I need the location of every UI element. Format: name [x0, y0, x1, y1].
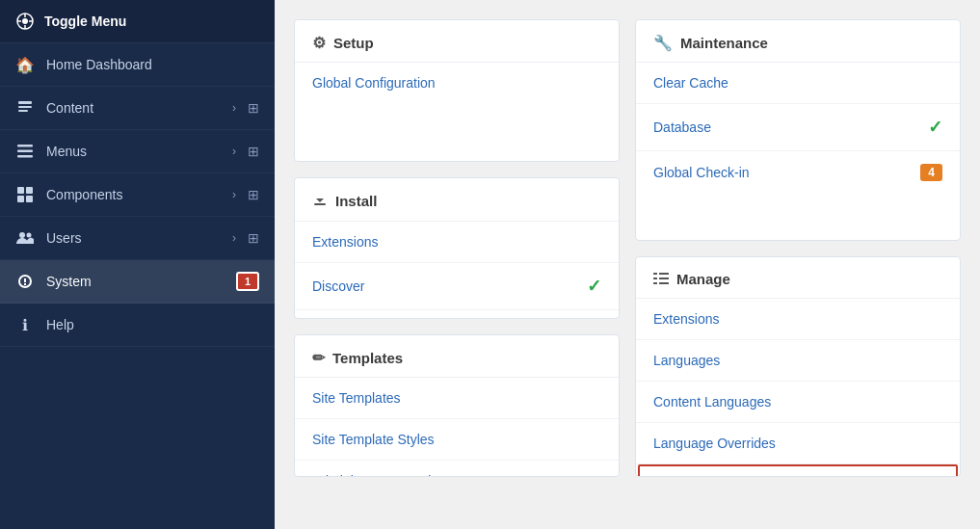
svg-point-1	[22, 18, 28, 24]
install-panel: Install Extensions Discover ✓ Languages	[294, 177, 620, 320]
maintenance-panel-header: 🔧 Maintenance	[636, 20, 960, 63]
sidebar: Toggle Menu 🏠 Home Dashboard Content › ⊞…	[0, 0, 275, 529]
setup-icon: ⚙	[312, 34, 326, 52]
sidebar-item-components[interactable]: Components › ⊞	[0, 173, 275, 217]
help-icon: ℹ	[15, 315, 35, 334]
sidebar-item-users[interactable]: Users › ⊞	[0, 217, 275, 260]
setup-panel-header: ⚙ Setup	[295, 20, 619, 63]
templates-panel-items: Site Templates Site Template Styles Admi…	[295, 378, 619, 477]
extensions-install-item[interactable]: Extensions	[295, 222, 619, 263]
svg-rect-11	[17, 155, 33, 158]
sidebar-item-label: Content	[46, 100, 221, 116]
sidebar-item-system[interactable]: System 1	[0, 260, 275, 304]
database-check-icon: ✓	[928, 117, 942, 138]
install-panel-title: Install	[335, 193, 377, 209]
templates-panel: ✏ Templates Site Templates Site Template…	[294, 334, 620, 477]
site-templates-item[interactable]: Site Templates	[295, 378, 619, 419]
svg-rect-18	[314, 203, 326, 205]
main-content: ⚙ Setup Global Configuration Install	[275, 0, 980, 529]
setup-panel-items: Global Configuration	[295, 63, 619, 103]
svg-rect-21	[653, 278, 657, 279]
site-template-styles-item[interactable]: Site Template Styles	[295, 419, 619, 461]
discover-link[interactable]: Discover	[312, 278, 364, 294]
chevron-right-icon: ›	[232, 145, 236, 158]
manage-panel-title: Manage	[676, 271, 730, 287]
global-configuration-link[interactable]: Global Configuration	[312, 75, 436, 91]
administrator-templates-link[interactable]: Administrator Templates	[312, 473, 457, 477]
global-configuration-item[interactable]: Global Configuration	[295, 63, 619, 103]
svg-point-17	[27, 233, 32, 238]
setup-panel: ⚙ Setup Global Configuration	[294, 19, 620, 162]
sidebar-item-home-dashboard[interactable]: 🏠 Home Dashboard	[0, 43, 275, 87]
sidebar-navigation: 🏠 Home Dashboard Content › ⊞ Menus › ⊞	[0, 43, 275, 529]
clear-cache-link[interactable]: Clear Cache	[653, 75, 728, 91]
discover-item[interactable]: Discover ✓	[295, 263, 619, 310]
toggle-menu-button[interactable]: Toggle Menu	[0, 0, 275, 43]
system-icon	[15, 272, 35, 291]
install-panel-header: Install	[295, 178, 619, 222]
svg-rect-20	[659, 273, 669, 275]
toggle-menu-icon	[15, 12, 35, 31]
extensions-manage-link[interactable]: Extensions	[653, 311, 719, 327]
maintenance-icon: 🔧	[653, 34, 673, 52]
svg-rect-9	[17, 145, 33, 147]
svg-rect-22	[659, 278, 669, 279]
svg-rect-6	[18, 101, 32, 104]
manage-icon	[653, 271, 669, 288]
sidebar-item-label: Components	[46, 187, 221, 202]
templates-panel-header: ✏ Templates	[295, 335, 619, 378]
templates-icon: ✏	[312, 349, 325, 367]
content-languages-item[interactable]: Content Languages	[636, 382, 960, 423]
components-icon	[15, 185, 35, 204]
maintenance-panel-items: Clear Cache Database ✓ Global Check-in 4	[636, 63, 960, 194]
sidebar-item-label: Menus	[46, 144, 221, 159]
svg-rect-7	[18, 106, 32, 108]
language-overrides-link[interactable]: Language Overrides	[653, 436, 776, 451]
manage-panel: Manage Extensions Languages Content Lang…	[635, 256, 961, 478]
templates-panel-title: Templates	[332, 350, 403, 366]
plugins-item[interactable]: Plugins 2	[638, 464, 958, 478]
svg-rect-13	[26, 187, 33, 194]
administrator-templates-item[interactable]: Administrator Templates	[295, 461, 619, 477]
svg-point-16	[19, 232, 25, 238]
svg-rect-15	[26, 196, 33, 202]
clear-cache-item[interactable]: Clear Cache	[636, 63, 960, 104]
global-check-in-item[interactable]: Global Check-in 4	[636, 151, 960, 194]
svg-rect-23	[653, 282, 657, 284]
sidebar-item-help[interactable]: ℹ Help	[0, 304, 275, 347]
global-check-in-badge: 4	[920, 164, 942, 181]
language-overrides-item[interactable]: Language Overrides	[636, 423, 960, 464]
panels-container: ⚙ Setup Global Configuration Install	[294, 19, 961, 477]
database-link[interactable]: Database	[653, 119, 711, 135]
home-icon: 🏠	[15, 55, 35, 74]
setup-panel-title: Setup	[333, 35, 374, 51]
grid-icon: ⊞	[248, 187, 259, 202]
system-badge: 1	[236, 272, 259, 291]
sidebar-item-content[interactable]: Content › ⊞	[0, 87, 275, 130]
content-icon	[15, 98, 35, 118]
svg-rect-8	[18, 110, 28, 112]
users-icon	[15, 228, 35, 248]
sidebar-item-label: Users	[46, 230, 221, 246]
chevron-right-icon: ›	[232, 188, 236, 201]
extensions-install-link[interactable]: Extensions	[312, 234, 378, 250]
sidebar-item-label: Help	[46, 317, 259, 332]
extensions-manage-item[interactable]: Extensions	[636, 299, 960, 340]
sidebar-item-menus[interactable]: Menus › ⊞	[0, 130, 275, 173]
content-languages-link[interactable]: Content Languages	[653, 394, 771, 410]
site-template-styles-link[interactable]: Site Template Styles	[312, 432, 435, 447]
install-icon	[312, 192, 328, 211]
site-templates-link[interactable]: Site Templates	[312, 390, 401, 406]
svg-rect-24	[659, 282, 669, 284]
global-check-in-link[interactable]: Global Check-in	[653, 165, 750, 180]
chevron-right-icon: ›	[232, 101, 236, 115]
database-item[interactable]: Database ✓	[636, 104, 960, 151]
sidebar-item-label: Home Dashboard	[46, 57, 259, 72]
languages-manage-link[interactable]: Languages	[653, 353, 720, 368]
languages-install-item[interactable]: Languages	[295, 310, 619, 320]
svg-rect-12	[17, 187, 24, 194]
chevron-right-icon: ›	[232, 231, 236, 245]
manage-panel-header: Manage	[636, 257, 960, 299]
menus-icon	[15, 142, 35, 161]
languages-manage-item[interactable]: Languages	[636, 340, 960, 382]
